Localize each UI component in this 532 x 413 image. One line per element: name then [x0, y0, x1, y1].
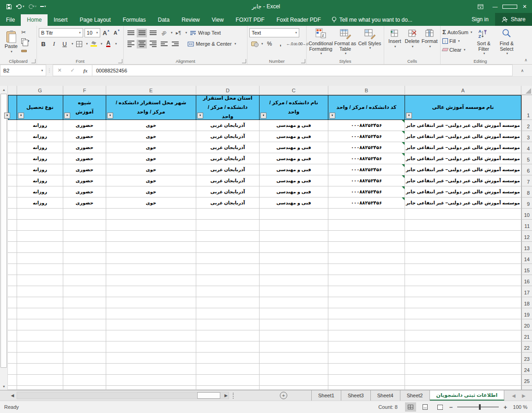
cell-C22[interactable]	[260, 341, 328, 353]
cell-A18[interactable]	[405, 297, 521, 308]
fill-button[interactable]: ↓Fill▾	[442, 37, 472, 45]
cell-A4[interactable]: موسسه آموزش عالی غیر دولتی– غیر انتفاعی …	[405, 142, 521, 153]
cell-F6[interactable]: حضوری	[63, 164, 106, 175]
format-as-table-button[interactable]: Format as Table▾	[333, 27, 357, 57]
row-header-16[interactable]: 16	[521, 275, 532, 286]
cell-F8[interactable]: حضوری	[63, 186, 106, 198]
cell-C23[interactable]	[260, 353, 328, 364]
cell-E6[interactable]: خوی	[106, 164, 196, 175]
cell-F23[interactable]	[63, 353, 106, 364]
cell-E5[interactable]: خوی	[106, 153, 196, 164]
name-box[interactable]: B2▾	[0, 65, 46, 76]
cell-G8[interactable]: روزانه	[17, 186, 63, 198]
bold-button[interactable]: B	[39, 39, 48, 48]
cell-E12[interactable]	[106, 231, 196, 242]
sheet-tab-sheet1[interactable]: Sheet1	[311, 390, 341, 401]
cell-G6[interactable]: روزانه	[17, 164, 63, 175]
cell-B6[interactable]: ۰۰۰۸۸۲۵۲۴۵۶	[328, 164, 405, 175]
cell-G22[interactable]	[17, 341, 63, 353]
cell-D7[interactable]: آذربایجان غربی	[196, 175, 260, 186]
sheet-nav-prev-button[interactable]: ◀	[512, 393, 516, 398]
column-header-E[interactable]: E	[106, 86, 196, 95]
cell-D12[interactable]	[196, 231, 260, 242]
decrease-font-size-button[interactable]: A▼	[112, 28, 121, 37]
clipboard-dialog-launcher[interactable]	[31, 59, 36, 63]
cell-G14[interactable]	[17, 253, 63, 264]
ribbon-tab-foxit-pdf[interactable]: FOXIT PDF	[230, 14, 270, 26]
ribbon-tab-view[interactable]: View	[206, 14, 230, 26]
normal-view-button[interactable]	[405, 402, 416, 412]
align-center-button[interactable]	[137, 40, 147, 48]
cell-F4[interactable]: حضوری	[63, 142, 106, 153]
cell-E9[interactable]: خوی	[106, 198, 196, 209]
cell-G18[interactable]	[17, 297, 63, 308]
cell-F16[interactable]	[63, 275, 106, 286]
ribbon-tab-review[interactable]: Review	[175, 14, 206, 26]
cell-D25[interactable]	[196, 375, 260, 386]
sheet-tab-sheet3[interactable]: Sheet3	[341, 390, 371, 401]
cell-E4[interactable]: خوی	[106, 142, 196, 153]
cell-F9[interactable]: حضوری	[63, 198, 106, 209]
cell-D20[interactable]	[196, 319, 260, 330]
conditional-formatting-button[interactable]: ≠ Conditional Formatting▾	[308, 27, 333, 57]
cell-A21[interactable]	[405, 330, 521, 341]
row-header-2[interactable]: 2	[521, 120, 532, 131]
cell-C9[interactable]: فنی و مهندسی	[260, 198, 328, 209]
ribbon-tab-home[interactable]: Home	[21, 14, 48, 26]
zoom-level-button[interactable]: 100 %	[511, 404, 527, 410]
cell-B21[interactable]	[328, 330, 405, 341]
cell-B20[interactable]	[328, 319, 405, 330]
cell-F5[interactable]: حضوری	[63, 153, 106, 164]
cell-B14[interactable]	[328, 253, 405, 264]
cell-A2[interactable]: موسسه آموزش عالی غیر دولتی– غیر انتفاعی …	[405, 120, 521, 131]
sheet-nav-next-button[interactable]: ▶	[522, 393, 526, 398]
cell-E16[interactable]	[106, 275, 196, 286]
align-top-button[interactable]	[126, 29, 136, 37]
cell-E11[interactable]	[106, 220, 196, 231]
cell-F10[interactable]	[63, 209, 106, 220]
cell-C7[interactable]: فنی و مهندسی	[260, 175, 328, 186]
cell-D15[interactable]	[196, 264, 260, 275]
cell-A9[interactable]: موسسه آموزش عالی غیر دولتی– غیر انتفاعی …	[405, 198, 521, 209]
vertical-scrollbar[interactable]: ▲ ▼	[0, 86, 8, 390]
filter-button-B[interactable]: ▾	[329, 113, 335, 119]
cell-D17[interactable]	[196, 286, 260, 297]
cell-G3[interactable]: روزانه	[17, 131, 63, 142]
column-header-C[interactable]: C	[260, 86, 328, 95]
header-cell-D[interactable]: استان محل استقرار دانشکده / مرکز / واحد▾	[196, 95, 260, 120]
cell-G15[interactable]	[17, 264, 63, 275]
row-header-18[interactable]: 18	[521, 297, 532, 308]
cell-F7[interactable]: حضوری	[63, 175, 106, 186]
cell-F19[interactable]	[63, 308, 106, 319]
filter-button-D[interactable]: ▾	[197, 113, 203, 119]
header-cell-B[interactable]: کد دانشکده / مرکز / واحد▾	[328, 95, 405, 120]
row-header-7[interactable]: 7	[521, 175, 532, 186]
select-all-corner[interactable]	[521, 86, 532, 95]
column-header-F[interactable]: F	[63, 86, 106, 95]
cell-F15[interactable]	[63, 264, 106, 275]
cell-E14[interactable]	[106, 253, 196, 264]
increase-font-size-button[interactable]: A▲	[102, 28, 111, 37]
align-left-button[interactable]	[126, 40, 136, 48]
ribbon-tab-page-layout[interactable]: Page Layout	[73, 14, 116, 26]
share-button[interactable]: Share	[495, 13, 532, 26]
minimize-button[interactable]: —	[488, 0, 502, 13]
cell-D23[interactable]	[196, 353, 260, 364]
row-header-14[interactable]: 14	[521, 253, 532, 264]
cell-B11[interactable]	[328, 220, 405, 231]
cell-E17[interactable]	[106, 286, 196, 297]
row-header-3[interactable]: 3	[521, 131, 532, 142]
new-sheet-button[interactable]: +	[280, 392, 287, 399]
align-middle-button[interactable]	[137, 29, 147, 37]
decrease-decimal-button[interactable]: .00→.0	[298, 39, 308, 48]
cell-A11[interactable]	[405, 220, 521, 231]
cell-D22[interactable]	[196, 341, 260, 353]
zoom-in-button[interactable]: +	[503, 404, 507, 411]
cell-E20[interactable]	[106, 319, 196, 330]
cell-C20[interactable]	[260, 319, 328, 330]
confirm-entry-button[interactable]: ✓	[70, 67, 74, 73]
tab-splitter-grip[interactable]	[233, 393, 235, 399]
close-button[interactable]: ✕	[517, 0, 532, 13]
insert-function-button[interactable]: fx	[83, 68, 87, 73]
zoom-slider[interactable]	[457, 407, 499, 407]
